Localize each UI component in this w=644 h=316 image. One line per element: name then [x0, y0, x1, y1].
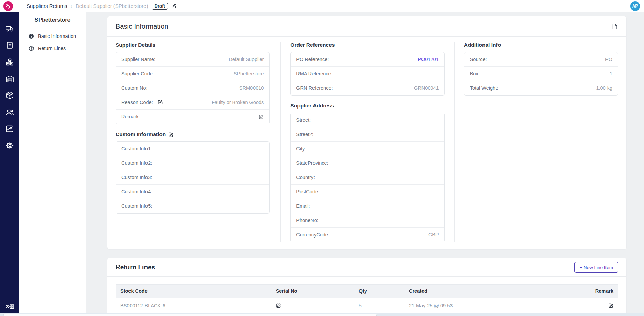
detail-row: Email:	[291, 199, 444, 213]
field-label: Supplier Name:	[121, 57, 155, 62]
card-title: Basic Information	[116, 23, 168, 30]
detail-row: Custom Info2:	[116, 156, 269, 170]
section-heading: Supplier Details	[116, 42, 270, 48]
detail-row: Supplier Code: SPbetterstore	[116, 67, 269, 81]
return-lines-table: Stock Code Serial No Qty Created Remark …	[116, 284, 618, 314]
icon-sidebar	[0, 12, 19, 316]
field-label: Street:	[296, 117, 311, 123]
field-label: Custom Info3:	[121, 175, 152, 180]
new-line-item-button[interactable]: + New Line Item	[574, 262, 618, 273]
sidebar-item-label: Basic Information	[38, 33, 76, 39]
detail-row: Source: PO	[464, 52, 618, 67]
cell-serial-no	[272, 303, 354, 308]
apps-exit-icon[interactable]	[5, 302, 14, 311]
edit-remark-icon[interactable]	[259, 114, 264, 119]
column-header-qty: Qty	[354, 288, 404, 294]
additional-info-box: Source: PO Box: 1 Total Weight: 1.00 kg	[464, 52, 618, 96]
edit-reason-code-icon[interactable]	[158, 100, 163, 105]
column-order-references: Order References PO Reference: PO01201 R…	[280, 42, 454, 242]
record-sidebar: SPbetterstore Basic Information Return L…	[19, 12, 86, 316]
edit-serial-no-icon[interactable]	[276, 303, 350, 308]
warehouse-icon[interactable]	[5, 74, 14, 83]
column-header-created: Created	[404, 288, 565, 294]
horizontal-scrollbar-thumb[interactable]	[3, 314, 377, 316]
section-heading: Supplier Address	[290, 103, 444, 109]
breadcrumb: Suppliers Returns › Default Supplier (SP…	[27, 3, 177, 10]
field-value: SPbetterstore	[234, 71, 264, 76]
detail-row: RMA Reference:	[291, 67, 444, 81]
gear-icon[interactable]	[5, 141, 14, 150]
field-label: Custom Info5:	[121, 203, 152, 209]
detail-row: Remark:	[116, 110, 269, 124]
detail-row: PostCode:	[291, 185, 444, 199]
column-supplier-details: Supplier Details Supplier Name: Default …	[116, 42, 280, 242]
info-icon	[29, 33, 34, 39]
field-label: Custom Info1:	[121, 146, 152, 152]
document-icon[interactable]	[5, 41, 14, 50]
breadcrumb-root[interactable]: Suppliers Returns	[27, 3, 67, 9]
column-header-stock-code: Stock Code	[116, 288, 272, 294]
edit-line-remark-icon[interactable]	[608, 303, 613, 308]
supplier-details-box: Supplier Name: Default Supplier Supplier…	[116, 52, 270, 124]
horizontal-scrollbar[interactable]	[0, 313, 644, 316]
field-label: City:	[296, 146, 306, 152]
record-title: SPbetterstore	[19, 17, 86, 23]
sidebar-item-basic-information[interactable]: Basic Information	[19, 30, 86, 42]
truck-icon[interactable]	[5, 24, 14, 33]
field-label: Remark:	[121, 114, 140, 119]
field-label: PhoneNo:	[296, 218, 318, 223]
order-references-box: PO Reference: PO01201 RMA Reference: GRN…	[290, 52, 444, 96]
app-logo-icon[interactable]	[3, 1, 13, 11]
users-icon[interactable]	[5, 107, 14, 117]
field-label: Total Weight:	[470, 85, 499, 91]
column-header-serial-no: Serial No	[272, 288, 354, 294]
detail-row: Custom Info1:	[116, 142, 269, 156]
field-value: SRM00010	[239, 85, 264, 91]
detail-row: Street:	[291, 113, 444, 127]
detail-row: Country:	[291, 170, 444, 185]
sidebar-item-return-lines[interactable]: Return Lines	[19, 42, 86, 55]
breadcrumb-current: Default Supplier (SPbetterstore)	[76, 3, 148, 9]
status-badge: Draft	[152, 3, 168, 10]
document-page-icon[interactable]	[612, 23, 618, 30]
detail-row: Custom No: SRM00010	[116, 81, 269, 95]
detail-row: Total Weight: 1.00 kg	[464, 81, 618, 95]
top-bar: Suppliers Returns › Default Supplier (SP…	[0, 0, 644, 12]
user-avatar[interactable]: AP	[630, 1, 640, 11]
edit-custom-information-icon[interactable]	[168, 132, 173, 137]
return-lines-title: Return Lines	[116, 263, 155, 271]
analytics-icon[interactable]	[5, 124, 14, 133]
field-label: PostCode:	[296, 189, 319, 195]
detail-row: Supplier Name: Default Supplier	[116, 52, 269, 67]
po-reference-link[interactable]: PO01201	[418, 57, 439, 62]
basic-information-card: Basic Information Supplier Details Suppl…	[107, 16, 626, 249]
main-content: Basic Information Supplier Details Suppl…	[86, 12, 644, 316]
field-label: StateProvince:	[296, 160, 328, 166]
pallets-icon[interactable]	[5, 57, 14, 67]
field-label: GRN Reference:	[296, 85, 333, 91]
detail-row: StateProvince:	[291, 156, 444, 170]
field-value: Faulty or Broken Goods	[212, 100, 264, 105]
detail-row: CurrencyCode: GBP	[291, 228, 444, 242]
section-heading: Additional Info	[464, 42, 618, 48]
field-label: Source:	[470, 57, 487, 62]
detail-row: City:	[291, 142, 444, 156]
field-label: RMA Reference:	[296, 71, 332, 76]
breadcrumb-separator: ›	[71, 3, 72, 9]
package-icon[interactable]	[5, 91, 14, 100]
return-lines-card: Return Lines + New Line Item Stock Code …	[107, 258, 626, 316]
detail-row: Street2:	[291, 127, 444, 142]
detail-row: Custom Info5:	[116, 199, 269, 213]
field-label: Box:	[470, 71, 480, 76]
field-label: Country:	[296, 175, 315, 180]
cell-stock-code: BS000112-BLACK-6	[116, 303, 272, 308]
section-heading: Order References	[290, 42, 444, 48]
detail-row: PO Reference: PO01201	[291, 52, 444, 67]
edit-status-icon[interactable]	[171, 3, 177, 9]
detail-row: Custom Info4:	[116, 185, 269, 199]
detail-row: Custom Info3:	[116, 170, 269, 185]
field-label: Custom Info4:	[121, 189, 152, 195]
field-label: Reason Code:	[121, 100, 153, 105]
custom-information-box: Custom Info1: Custom Info2: Custom Info3…	[116, 141, 270, 214]
field-label: Email:	[296, 203, 310, 209]
